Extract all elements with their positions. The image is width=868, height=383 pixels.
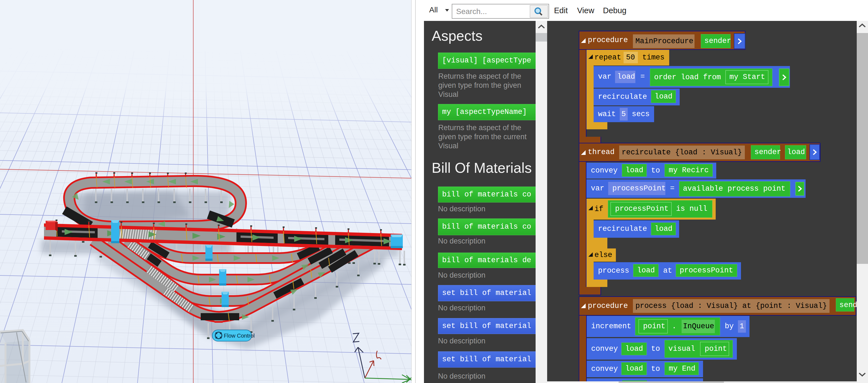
svg-text:Flow Control: Flow Control (224, 333, 255, 339)
